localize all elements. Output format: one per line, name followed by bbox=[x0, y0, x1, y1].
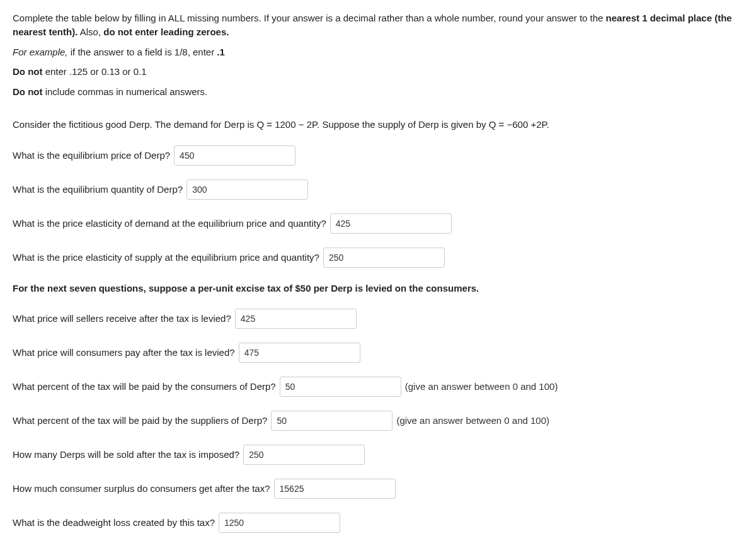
text: Complete the table below by filling in A… bbox=[13, 13, 606, 23]
text: enter .125 or 0.13 or 0.1 bbox=[42, 66, 146, 77]
text: Consider the fictitious good Derp. The d… bbox=[13, 119, 549, 130]
question-dwl: What is the deadweight loss created by t… bbox=[13, 513, 743, 533]
question-consumer-tax-pct: What percent of the tax will be paid by … bbox=[13, 377, 743, 397]
question-ped: What is the price elasticity of demand a… bbox=[13, 214, 743, 234]
question-pes: What is the price elasticity of supply a… bbox=[13, 248, 743, 268]
instruction-donot-1: Do not enter .125 or 0.13 or 0.1 bbox=[13, 65, 743, 79]
question-eq-price: What is the equilibrium price of Derp? bbox=[13, 145, 743, 166]
text-italic: For example, bbox=[13, 47, 68, 57]
answer-input-supplier-tax-pct[interactable] bbox=[271, 411, 392, 431]
question-label: How many Derps will be sold after the ta… bbox=[13, 448, 239, 462]
question-seller-price: What price will sellers receive after th… bbox=[13, 309, 743, 329]
text: Also, bbox=[77, 26, 103, 37]
question-qty-after-tax: How many Derps will be sold after the ta… bbox=[13, 445, 743, 465]
question-label: What price will sellers receive after th… bbox=[13, 312, 231, 326]
question-suffix: (give an answer between 0 and 100) bbox=[405, 380, 558, 394]
answer-input-eq-price[interactable] bbox=[174, 145, 295, 166]
question-label: What is the equilibrium quantity of Derp… bbox=[13, 183, 183, 197]
question-consumer-price: What price will consumers pay after the … bbox=[13, 343, 743, 363]
problem-intro: Consider the fictitious good Derp. The d… bbox=[13, 118, 743, 132]
answer-input-consumer-tax-pct[interactable] bbox=[280, 377, 401, 397]
answer-input-consumer-surplus[interactable] bbox=[274, 479, 396, 499]
instruction-donot-2: Do not include commas in numerical answe… bbox=[13, 85, 743, 99]
section-heading-tax: For the next seven questions, suppose a … bbox=[13, 282, 743, 295]
answer-input-qty-after-tax[interactable] bbox=[243, 445, 365, 465]
text-bold: do not enter leading zeroes. bbox=[103, 26, 229, 37]
text-bold: Do not bbox=[13, 66, 42, 77]
answer-input-seller-price[interactable] bbox=[235, 309, 357, 329]
question-label: What is the price elasticity of supply a… bbox=[13, 251, 319, 265]
question-label: What percent of the tax will be paid by … bbox=[13, 380, 276, 394]
question-eq-quantity: What is the equilibrium quantity of Derp… bbox=[13, 180, 743, 200]
answer-input-pes[interactable] bbox=[323, 248, 445, 268]
instruction-example: For example, if the answer to a field is… bbox=[13, 45, 743, 59]
question-label: What percent of the tax will be paid by … bbox=[13, 414, 267, 428]
answer-input-ped[interactable] bbox=[330, 214, 452, 234]
question-label: What is the equilibrium price of Derp? bbox=[13, 149, 170, 162]
question-label: What is the price elasticity of demand a… bbox=[13, 217, 326, 231]
text: For the next seven questions, suppose a … bbox=[13, 283, 479, 294]
instructions: Complete the table below by filling in A… bbox=[13, 11, 743, 99]
answer-input-consumer-price[interactable] bbox=[239, 343, 360, 363]
text: include commas in numerical answers. bbox=[42, 86, 207, 97]
text-bold: .1 bbox=[217, 47, 225, 57]
text: if the answer to a field is 1/8, enter bbox=[68, 47, 217, 57]
answer-input-eq-quantity[interactable] bbox=[186, 180, 308, 200]
question-label: What price will consumers pay after the … bbox=[13, 346, 235, 360]
answer-input-dwl[interactable] bbox=[219, 513, 340, 533]
instruction-line-1: Complete the table below by filling in A… bbox=[13, 11, 743, 39]
question-supplier-tax-pct: What percent of the tax will be paid by … bbox=[13, 411, 743, 431]
question-suffix: (give an answer between 0 and 100) bbox=[396, 414, 549, 428]
question-consumer-surplus: How much consumer surplus do consumers g… bbox=[13, 479, 743, 499]
question-label: How much consumer surplus do consumers g… bbox=[13, 482, 270, 496]
question-label: What is the deadweight loss created by t… bbox=[13, 516, 215, 530]
text-bold: Do not bbox=[13, 86, 42, 97]
